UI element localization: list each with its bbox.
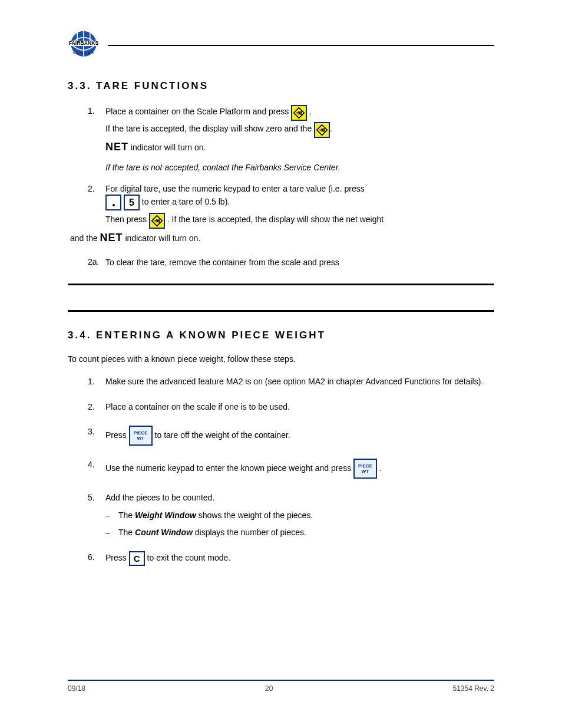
section-heading-piecewt: 3.4. ENTERING A KNOWN PIECE WEIGHT: [68, 330, 494, 341]
five-key-icon[interactable]: 5: [124, 195, 140, 210]
zero-key-icon[interactable]: [149, 213, 165, 229]
s2-step-4: 4. Use the numeric keypad to enter the k…: [68, 459, 494, 479]
logo-text: FAIRBANKS: [69, 40, 99, 46]
step-2-line2a: Then press: [105, 215, 149, 225]
zero-key-icon[interactable]: [314, 122, 330, 138]
step-1-text-b: .: [309, 107, 312, 116]
header-rule: [108, 45, 494, 46]
section2-intro: To count pieces with a known piece weigh…: [68, 354, 494, 364]
step-1-text-a: Place a container on the Scale Platform …: [105, 107, 291, 116]
s2-step-4-text-b: .: [379, 463, 382, 473]
s2-step-3: 3. Press PIECE WT to tare off the weight…: [68, 426, 494, 446]
footer-page: 20: [265, 684, 273, 693]
service-note: If the tare is not accepted, contact the…: [105, 163, 494, 172]
step-2a: 2a. 2a. To clear the tare, remove the co…: [68, 256, 494, 271]
step-1-tail: indicator will turn on.: [131, 143, 206, 152]
s2-step-2: 2. Place a container on the scale if one…: [68, 401, 494, 413]
s2-step-2-text: Place a container on the scale if one is…: [105, 402, 290, 411]
step-1-line2: If the tare is accepted, the display wil…: [105, 124, 314, 133]
s2-step-4-text-a: Use the numeric keypad to enter the know…: [105, 463, 353, 473]
piece-wt-key-icon[interactable]: PIECE WT: [129, 426, 153, 446]
s2-step-3-text-b: to tare off the weight of the container.: [155, 430, 290, 440]
step-1: 1. Place a container on the Scale Platfo…: [68, 105, 494, 154]
footer-date: 09/18: [68, 684, 85, 693]
brand-logo: FAIRBANKS S C A L E S: [68, 29, 100, 58]
step-2-line3a: and the: [70, 233, 100, 243]
step-2-text-b: to enter a tare of 0.5 lb).: [142, 197, 230, 207]
section-separator: [68, 310, 494, 312]
s2-step-5-text: Add the pieces to be counted.: [105, 493, 214, 502]
section-separator: [68, 284, 494, 285]
net-indicator: NET: [100, 230, 123, 245]
s2-step-6-text-a: Press: [105, 553, 129, 562]
step-2: 2. For digital tare, use the numeric key…: [68, 183, 494, 245]
s2-step-6-text-b: to exit the count mode.: [147, 553, 231, 562]
svg-text:S C A L E S: S C A L E S: [72, 52, 94, 55]
footer-doc-rev: 51354 Rev. 2: [452, 684, 494, 693]
zero-key-icon[interactable]: [291, 105, 307, 121]
s2-step-1-text: Make sure the advanced feature MA2 is on…: [105, 377, 483, 386]
s2-step-6: 6. Press C to exit the count mode.: [68, 551, 494, 566]
s2-step-5-bullet-1: The Weight Window shows the weight of th…: [105, 509, 494, 521]
step-2-line2b: . If the tare is accepted, the display w…: [167, 215, 384, 225]
step-2a-text: To clear the tare, remove the container …: [105, 258, 342, 268]
s2-step-5-bullet-2: The Count Window displays the number of …: [105, 526, 494, 538]
piece-wt-key-icon[interactable]: PIECE WT: [353, 459, 377, 479]
clear-key-icon[interactable]: C: [129, 551, 145, 566]
globe-icon: FAIRBANKS S C A L E S: [68, 29, 100, 58]
step-2-text-a: For digital tare, use the numeric keypad…: [105, 184, 365, 193]
step-2-line3b: indicator will turn on.: [125, 233, 201, 243]
section-heading-tare: 3.3. TARE FUNCTIONS: [68, 80, 494, 92]
net-indicator: NET: [105, 139, 128, 154]
s2-step-5: 5. Add the pieces to be counted. The Wei…: [68, 492, 494, 538]
decimal-key-icon[interactable]: [105, 195, 121, 210]
s2-step-1: 1. Make sure the advanced feature MA2 is…: [68, 375, 494, 387]
s2-step-3-text-a: Press: [105, 430, 129, 440]
footer-rule: [68, 680, 494, 681]
